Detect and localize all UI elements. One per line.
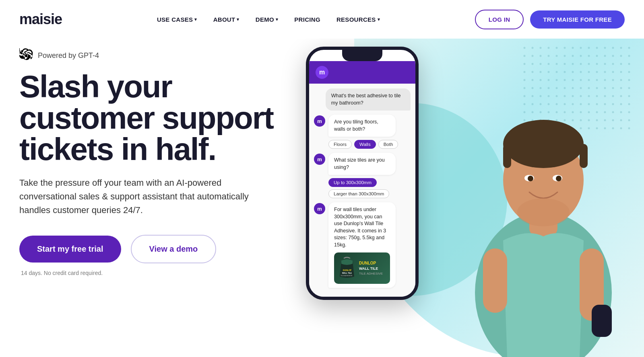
chevron-down-icon: ▾	[194, 17, 197, 22]
openai-icon	[19, 48, 34, 63]
start-trial-button[interactable]: Start my free trial	[19, 236, 121, 263]
hero-left-content: Powered by GPT-4 Slash your customer sup…	[0, 39, 282, 357]
user-bubble: What's the best adhesive to tile my bath…	[326, 88, 411, 111]
chat-message-bot-2: m What size tiles are you using? Up to 3…	[314, 153, 411, 198]
chat-message-bot-1: m Are you tiling floors, walls or both? …	[314, 115, 411, 149]
bot-answer-content: For wall tiles under 300x300mm, you can …	[328, 202, 411, 288]
hero-section: Powered by GPT-4 Slash your customer sup…	[0, 39, 644, 357]
option-small-tiles[interactable]: Up to 300x300mm	[328, 178, 377, 187]
bot-bubble-1: Are you tiling floors, walls or both? Fl…	[328, 115, 411, 149]
product-text: DUNLOP WALL TILE TILE ADHESIVE	[359, 261, 383, 276]
chevron-down-icon: ▾	[276, 17, 278, 22]
chevron-down-icon: ▾	[378, 17, 380, 22]
phone-mockup: m What's the best adhesive to tile my ba…	[306, 47, 419, 300]
option-large-tiles[interactable]: Larger than 300x300mm	[328, 189, 389, 198]
svg-point-13	[528, 176, 533, 181]
hero-headline: Slash your customer support tickets in h…	[19, 71, 281, 165]
powered-badge: Powered by GPT-4	[19, 48, 282, 63]
svg-rect-10	[580, 144, 588, 168]
person-svg	[427, 68, 644, 357]
svg-point-14	[556, 176, 561, 181]
hero-buttons: Start my free trial View a demo	[19, 235, 282, 263]
nav-demo[interactable]: DEMO ▾	[249, 13, 285, 26]
svg-rect-9	[503, 144, 511, 168]
nav-actions: LOG IN TRY MAISIE FOR FREE	[475, 10, 625, 29]
bot-bubble-2: What size tiles are you using? Up to 300…	[328, 153, 411, 198]
nav-resources[interactable]: RESOURCES ▾	[330, 13, 386, 26]
svg-point-15	[517, 198, 570, 226]
chat-message-bot-answer: m For wall tiles under 300x300mm, you ca…	[314, 202, 411, 288]
product-card: DUNLOP WALL TILE TILE ADHESIVE DUNLOP WA…	[334, 252, 390, 284]
bot-avatar: m	[314, 115, 325, 127]
brand-logo[interactable]: maisie	[19, 11, 62, 28]
nav-use-cases[interactable]: USE CASES ▾	[151, 13, 204, 26]
chat-message-user: What's the best adhesive to tile my bath…	[314, 88, 411, 111]
chat-body: What's the best adhesive to tile my bath…	[309, 84, 415, 297]
svg-text:WALL TILE: WALL TILE	[342, 272, 352, 274]
option-both[interactable]: Both	[378, 140, 398, 149]
svg-point-8	[503, 120, 584, 168]
nav-links: USE CASES ▾ ABOUT ▾ DEMO ▾ PRICING RESOU…	[151, 13, 386, 26]
try-free-button[interactable]: TRY MAISIE FOR FREE	[530, 10, 625, 29]
hero-right-content: m What's the best adhesive to tile my ba…	[282, 39, 644, 357]
nav-pricing[interactable]: PRICING	[288, 13, 327, 26]
phone-frame: m What's the best adhesive to tile my ba…	[306, 47, 419, 300]
svg-text:DUNLOP: DUNLOP	[343, 269, 352, 271]
option-walls[interactable]: Walls	[354, 140, 376, 149]
trial-note: 14 days. No credit card required.	[21, 270, 282, 276]
chevron-down-icon: ▾	[237, 17, 239, 22]
login-button[interactable]: LOG IN	[475, 10, 524, 29]
navbar: maisie USE CASES ▾ ABOUT ▾ DEMO ▾ PRICIN…	[0, 0, 644, 39]
nav-about[interactable]: ABOUT ▾	[207, 13, 246, 26]
option-pills-1: Floors Walls Both	[328, 140, 411, 149]
phone-notch	[342, 50, 382, 61]
option-floors[interactable]: Floors	[328, 140, 352, 149]
svg-rect-17	[592, 305, 612, 337]
option-pills-2: Up to 300x300mm Larger than 300x300mm	[328, 178, 411, 198]
svg-text:TILE ADHESIVE: TILE ADHESIVE	[341, 275, 353, 277]
chat-bot-avatar: m	[316, 66, 328, 79]
product-bucket-icon: DUNLOP WALL TILE TILE ADHESIVE	[338, 256, 356, 280]
chat-header: m	[309, 61, 415, 84]
powered-text: Powered by GPT-4	[38, 51, 99, 60]
bot-avatar-3: m	[314, 203, 325, 214]
bot-avatar-2: m	[314, 154, 325, 165]
person-image	[427, 68, 644, 357]
hero-subtext: Take the pressure off your team with an …	[19, 176, 253, 217]
svg-rect-18	[483, 248, 507, 313]
bot-answer-text: For wall tiles under 300x300mm, you can …	[328, 202, 396, 288]
view-demo-button[interactable]: View a demo	[131, 235, 217, 263]
